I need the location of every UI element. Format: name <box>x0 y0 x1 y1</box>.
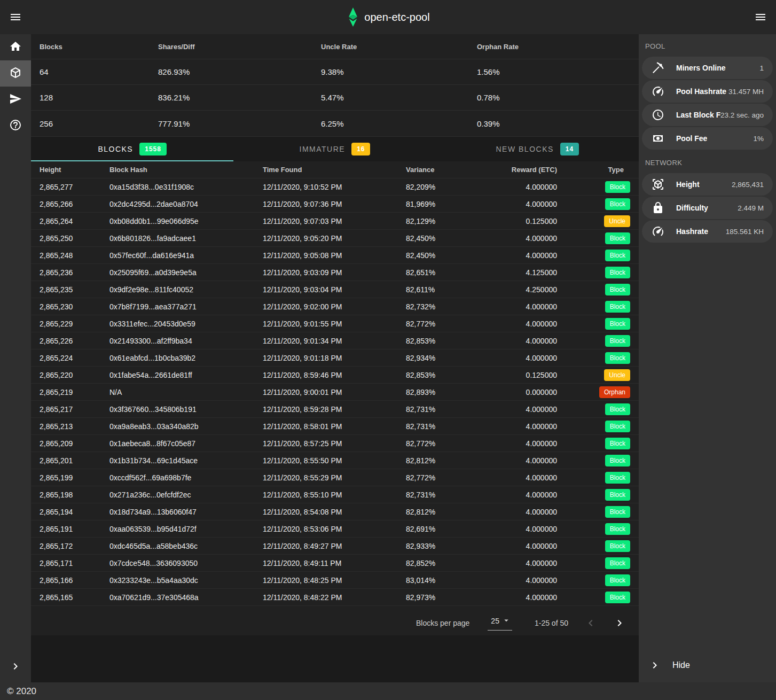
stat-pill: Pool Fee1% <box>642 127 773 150</box>
nav-collapse-button[interactable] <box>0 660 31 675</box>
cell-time-found: 12/11/2020, 9:05:20 PM <box>263 234 406 243</box>
cell-block-hash: 0x9df2e98e...811fc40052 <box>109 285 263 294</box>
cell-variance: 82,129% <box>406 217 492 225</box>
cell-variance: 82,731% <box>406 405 492 414</box>
table-row: 2,865,250 0x6b801826...fa9adcaee1 12/11/… <box>31 230 639 247</box>
type-chip: Block <box>605 574 630 586</box>
col-header-reward: Reward (ETC) <box>492 166 557 174</box>
cell-height: 2,865,250 <box>40 234 109 243</box>
speedometer-icon <box>652 85 664 98</box>
tab-immature[interactable]: IMMATURE 16 <box>233 137 436 161</box>
table-row: 2,865,235 0x9df2e98e...811fc40052 12/11/… <box>31 281 639 298</box>
cell-time-found: 12/11/2020, 8:58:01 PM <box>263 422 406 431</box>
cell-time-found: 12/11/2020, 8:48:22 PM <box>263 593 406 602</box>
stats-value: 128 <box>40 93 158 102</box>
chevron-right-icon <box>648 659 661 672</box>
stats-header: Blocks <box>40 43 158 51</box>
stat-pill: Pool Hashrate31.457 MH <box>642 80 773 103</box>
tab-count-badge: 14 <box>560 143 579 155</box>
cell-reward: 4.125000 <box>492 268 557 277</box>
network-section-items: Height2,865,431Difficulty2.449 MHashrate… <box>639 173 776 243</box>
cell-type: Block <box>557 523 630 535</box>
stat-pill: Last Block Fo...23.2 sec. ago <box>642 104 773 126</box>
shell: Blocks Shares/Diff Uncle Rate Orphan Rat… <box>0 34 776 682</box>
stat-pill: Difficulty2.449 M <box>642 197 773 219</box>
cell-time-found: 12/11/2020, 9:00:01 PM <box>263 388 406 396</box>
cell-type: Block <box>557 301 630 313</box>
cell-block-hash: 0x18d734a9...13b6060f47 <box>109 508 263 516</box>
stats-header: Orphan Rate <box>477 43 630 51</box>
tab-new-blocks[interactable]: NEW BLOCKS 14 <box>436 137 639 161</box>
clock-icon <box>652 108 664 121</box>
cell-block-hash: 0xaa063539...b95d41d72f <box>109 525 263 533</box>
cell-variance: 82,934% <box>406 354 492 362</box>
cell-height: 2,865,201 <box>40 456 109 465</box>
nav-item-home[interactable] <box>0 34 31 60</box>
stat-pill: Hashrate185.561 KH <box>642 220 773 243</box>
cell-reward: 4.000000 <box>492 320 557 328</box>
cell-time-found: 12/11/2020, 9:07:03 PM <box>263 217 406 225</box>
table-row: 2,865,194 0x18d734a9...13b6060f47 12/11/… <box>31 503 639 520</box>
col-header-time: Time Found <box>263 166 406 174</box>
cell-variance: 82,933% <box>406 542 492 550</box>
left-nav-items <box>0 34 31 139</box>
table-row: 2,865,229 0x3311efec...20453d0e59 12/11/… <box>31 315 639 332</box>
next-page-button[interactable] <box>613 617 626 629</box>
chevron-right-icon <box>9 660 22 675</box>
cell-reward: 4.000000 <box>492 559 557 567</box>
table-row: 2,865,266 0x2dc4295d...2dae0a8704 12/11/… <box>31 196 639 213</box>
stat-pill: Miners Online1 <box>642 57 773 79</box>
menu-icon-right[interactable] <box>754 11 767 24</box>
nav-item-help[interactable] <box>0 113 31 139</box>
cell-type: Uncle <box>557 369 630 381</box>
cell-variance: 82,731% <box>406 491 492 499</box>
pickaxe-icon <box>652 61 664 74</box>
cell-time-found: 12/11/2020, 8:48:25 PM <box>263 576 406 585</box>
blocks-table-header: Height Block Hash Time Found Variance Re… <box>31 161 639 178</box>
type-chip: Block <box>605 489 630 501</box>
type-chip: Block <box>605 250 630 261</box>
cell-height: 2,865,166 <box>40 576 109 585</box>
cell-height: 2,865,165 <box>40 593 109 602</box>
main-content: Blocks Shares/Diff Uncle Rate Orphan Rat… <box>31 34 639 682</box>
app-title: open-etc-pool <box>364 11 429 24</box>
pool-section-title: POOL <box>639 34 776 56</box>
tab-count-badge: 1558 <box>139 143 167 155</box>
cell-reward: 4.000000 <box>492 251 557 260</box>
table-row: 2,865,165 0xa70621d9...37e305468a 12/11/… <box>31 589 639 606</box>
cell-time-found: 12/11/2020, 8:49:11 PM <box>263 559 406 567</box>
type-chip: Block <box>605 421 630 432</box>
page-size-select[interactable]: 25 <box>488 616 512 631</box>
stat-pill: Height2,865,431 <box>642 173 773 196</box>
nav-item-send[interactable] <box>0 87 31 113</box>
stat-label: Miners Online <box>676 64 726 72</box>
cell-time-found: 12/11/2020, 9:01:18 PM <box>263 354 406 362</box>
cell-type: Block <box>557 489 630 501</box>
col-header-variance: Variance <box>406 166 492 174</box>
cash-icon <box>652 132 664 145</box>
cell-type: Orphan <box>557 386 630 398</box>
pagination-bar: Blocks per page 25 1-25 of 50 <box>31 610 639 635</box>
cell-height: 2,865,191 <box>40 525 109 533</box>
table-row: 2,865,171 0x7cdce548...3636093050 12/11/… <box>31 555 639 572</box>
stat-value: 1% <box>753 135 764 143</box>
cell-variance: 82,973% <box>406 593 492 602</box>
nav-item-cube[interactable] <box>0 60 31 87</box>
cell-height: 2,865,220 <box>40 371 109 379</box>
hide-sidebar-button[interactable]: Hide <box>639 655 776 676</box>
type-chip: Block <box>605 455 630 466</box>
lock-icon <box>652 201 664 214</box>
cell-variance: 82,209% <box>406 183 492 191</box>
prev-page-button[interactable] <box>584 617 597 629</box>
stats-row: 128836.21%5.47%0.78% <box>31 85 639 111</box>
cell-variance: 82,611% <box>406 285 492 294</box>
cell-time-found: 12/11/2020, 9:01:55 PM <box>263 320 406 328</box>
type-chip: Block <box>605 267 630 278</box>
tab-blocks[interactable]: BLOCKS 1558 <box>31 137 233 161</box>
stat-label: Last Block Fo... <box>676 111 720 119</box>
cell-time-found: 12/11/2020, 9:03:09 PM <box>263 268 406 277</box>
table-row: 2,865,199 0xccdf562f...69a698b7fe 12/11/… <box>31 469 639 486</box>
cell-time-found: 12/11/2020, 9:05:08 PM <box>263 251 406 260</box>
cube-icon <box>9 66 22 81</box>
cell-block-hash: 0xdc465d5a...a58beb436c <box>109 542 263 550</box>
